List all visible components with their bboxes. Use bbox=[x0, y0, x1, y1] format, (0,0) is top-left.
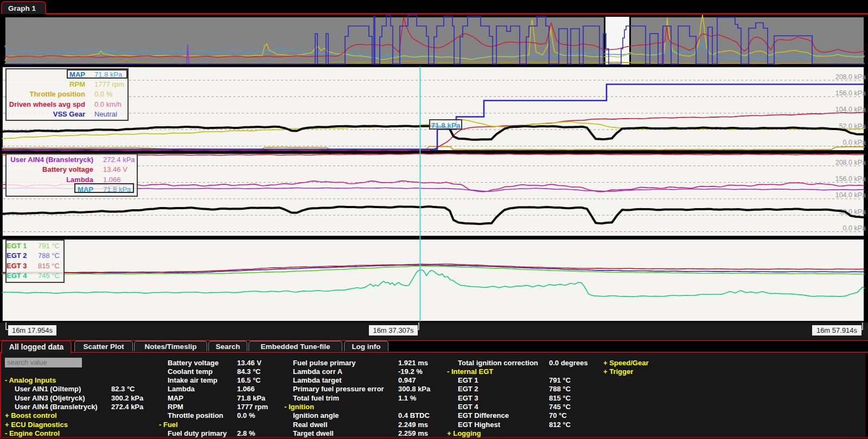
svg-text:156.0 kPa: 156.0 kPa bbox=[835, 175, 866, 183]
svg-text:0.0 kPa: 0.0 kPa bbox=[843, 139, 866, 146]
svg-text:0.0 kPa: 0.0 kPa bbox=[843, 224, 866, 232]
svg-text:104.0 kPa: 104.0 kPa bbox=[835, 191, 866, 199]
svg-text:208.0 kPa: 208.0 kPa bbox=[835, 73, 866, 81]
svg-text:156.0 kPa: 156.0 kPa bbox=[835, 89, 866, 97]
svg-text:208.0 kPa: 208.0 kPa bbox=[835, 159, 866, 166]
